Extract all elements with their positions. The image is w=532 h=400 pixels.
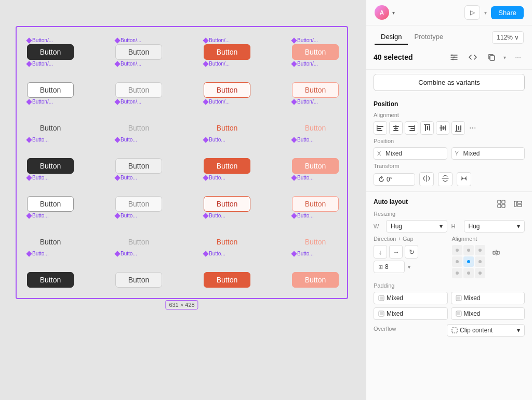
btn-gray-1[interactable]: Button	[115, 44, 162, 60]
align-bottom-button[interactable]	[451, 121, 465, 135]
align-bc[interactable]	[463, 268, 474, 278]
play-chevron-icon[interactable]: ▾	[484, 10, 487, 16]
x-position-field[interactable]: X Mixed	[374, 147, 447, 160]
align-tr[interactable]	[475, 245, 485, 255]
group-label-text-5-1: Butto...	[32, 213, 49, 218]
btn-ghost-pink-1[interactable]: Button	[292, 120, 339, 136]
btn-dark-1[interactable]: Button	[27, 44, 74, 60]
code-icon[interactable]	[466, 50, 480, 64]
btn-ghost-pink-2[interactable]: Button	[292, 234, 339, 250]
height-select[interactable]: Hug ▾	[464, 220, 525, 233]
direction-right-button[interactable]: →	[389, 245, 403, 259]
play-button[interactable]: ▷	[464, 5, 480, 20]
btn-red-3[interactable]: Button	[204, 272, 250, 288]
align-middle-button[interactable]	[436, 121, 449, 135]
zoom-control[interactable]: 112% ∨	[492, 31, 524, 44]
align-tl[interactable]	[452, 245, 462, 255]
padding-field-3[interactable]: Mixed	[374, 307, 448, 320]
align-distribute-icon[interactable]	[489, 246, 503, 260]
btn-ghost-red-1[interactable]: Button	[204, 120, 250, 136]
diamond-icon-3-4	[291, 137, 297, 143]
copy-chevron-icon[interactable]: ▾	[503, 55, 506, 60]
copy-icon[interactable]	[485, 50, 498, 64]
svg-rect-42	[380, 312, 383, 315]
position-field-label: Position	[374, 138, 525, 144]
btn-group-label-2-2: Button/...	[115, 99, 141, 105]
gap-field[interactable]: ⊞ 8	[374, 261, 405, 273]
y-position-field[interactable]: Y Mixed	[451, 147, 525, 160]
btn-gray-2[interactable]: Button	[115, 158, 162, 174]
btn-ghost-dark-1[interactable]: Button	[27, 120, 74, 136]
group-label-text-1-1: Button/...	[32, 37, 53, 43]
svg-rect-23	[440, 127, 446, 128]
btn-outline-red-2[interactable]: Button	[204, 196, 250, 212]
avatar-chevron-icon[interactable]: ▾	[392, 10, 395, 16]
btn-group-4-3: Button Butto...	[204, 158, 276, 180]
flip-h-icon[interactable]	[419, 172, 434, 186]
tab-prototype[interactable]: Prototype	[408, 30, 449, 45]
btn-outline-dark-1[interactable]: Button	[27, 82, 74, 98]
align-more-icon[interactable]: ···	[467, 123, 478, 133]
padding-field-1[interactable]: Mixed	[374, 292, 448, 304]
rotation-field[interactable]: 0°	[374, 173, 415, 186]
btn-ghost-gray-1[interactable]: Button	[115, 120, 162, 136]
btn-group-7-1: Button	[27, 272, 100, 288]
alignment-row: ···	[374, 121, 525, 135]
btn-group-label-3-4: Butto...	[292, 137, 314, 143]
btn-group-label-1-2b: Button/...	[115, 61, 141, 67]
btn-dark-2[interactable]: Button	[27, 158, 74, 174]
direction-down-button[interactable]: ↓	[374, 245, 387, 259]
padding-field-4[interactable]: Mixed	[451, 307, 525, 320]
btn-red-2[interactable]: Button	[204, 158, 250, 174]
panel-header: A ▾ ▷ ▾ Share	[366, 0, 532, 25]
align-right-button[interactable]	[405, 121, 418, 135]
btn-outline-pink-1[interactable]: Button	[292, 82, 339, 98]
align-br[interactable]	[475, 268, 485, 278]
transform-row: 0°	[374, 172, 525, 186]
btn-pink-3[interactable]: Button	[292, 272, 339, 288]
padding-icon-1	[378, 295, 384, 301]
group-label-text-1-4: Button/...	[297, 37, 318, 43]
autolayout-settings-icon[interactable]	[511, 197, 525, 211]
group-label-text-1-1b: Button/...	[32, 61, 53, 67]
btn-group-1-1: Button/... Button Button/...	[27, 37, 100, 67]
svg-rect-28	[498, 200, 501, 203]
btn-outline-red-1[interactable]: Button	[204, 82, 250, 98]
padding-field-2[interactable]: Mixed	[451, 292, 525, 304]
autolayout-grid-icon[interactable]	[495, 197, 508, 211]
btn-outline-gray-2[interactable]: Button	[115, 196, 162, 212]
y-value: Mixed	[463, 150, 480, 157]
flip-v-icon[interactable]	[438, 172, 453, 186]
align-top-button[interactable]	[420, 121, 434, 135]
btn-red-1[interactable]: Button	[204, 44, 250, 60]
tab-design[interactable]: Design	[375, 30, 408, 45]
btn-pink-1[interactable]: Button	[292, 44, 339, 60]
btn-ghost-dark-2[interactable]: Button	[27, 234, 74, 250]
align-mc[interactable]	[463, 256, 474, 267]
align-bl[interactable]	[452, 268, 462, 278]
btn-ghost-red-2[interactable]: Button	[204, 234, 250, 250]
btn-dark-3[interactable]: Button	[27, 272, 74, 288]
width-select[interactable]: Hug ▾	[386, 220, 447, 233]
btn-outline-dark-2[interactable]: Button	[27, 196, 74, 212]
align-tc[interactable]	[463, 245, 474, 255]
align-center-h-button[interactable]	[389, 121, 403, 135]
avatar[interactable]: A	[375, 5, 389, 20]
svg-rect-40	[457, 296, 460, 300]
btn-pink-2[interactable]: Button	[292, 158, 339, 174]
btn-gray-3[interactable]: Button	[115, 272, 162, 288]
align-ml[interactable]	[452, 256, 462, 267]
align-mr[interactable]	[475, 256, 485, 267]
direction-wrap-button[interactable]: ↻	[405, 245, 418, 259]
flatten-icon[interactable]	[457, 172, 471, 186]
align-left-button[interactable]	[374, 121, 387, 135]
btn-outline-pink-2[interactable]: Button	[292, 196, 339, 212]
btn-outline-gray-1[interactable]: Button	[115, 82, 162, 98]
adjust-icon[interactable]	[447, 50, 461, 64]
group-label-text-4-2: Butto...	[121, 175, 137, 180]
overflow-select[interactable]: Clip content ▾	[447, 324, 525, 337]
more-options-icon[interactable]: ···	[511, 50, 525, 64]
btn-ghost-gray-2[interactable]: Button	[115, 234, 162, 250]
combine-variants-button[interactable]: Combine as variants	[374, 74, 525, 91]
share-button[interactable]: Share	[491, 6, 524, 19]
